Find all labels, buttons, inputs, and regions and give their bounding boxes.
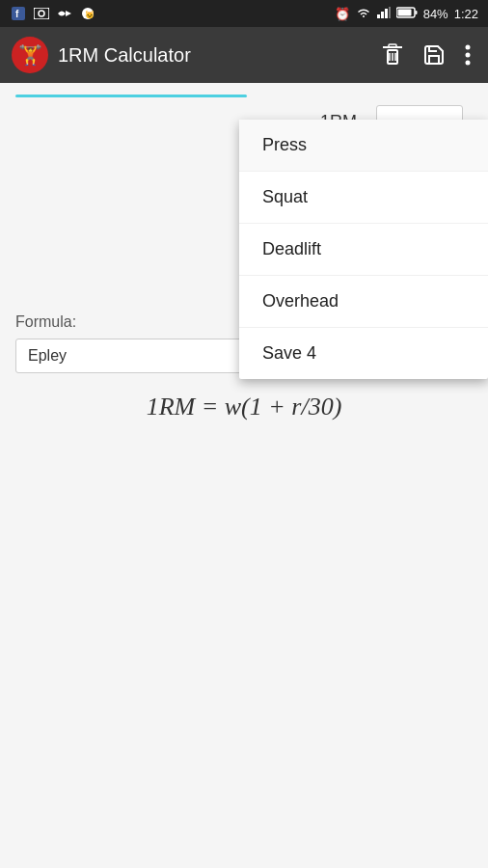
dropdown-item-deadlift[interactable]: Deadlift [239,224,488,276]
svg-point-20 [466,53,471,58]
wifi-icon [356,7,371,21]
svg-rect-6 [377,14,380,18]
github-icon: 🐱 [79,7,96,20]
signal-icon [377,7,391,21]
status-bar-right: ⏰ 84% 1:22 [335,7,478,21]
svg-rect-11 [415,11,417,14]
svg-rect-7 [381,12,384,18]
facebook-icon: f [10,7,27,20]
toolbar: 1RM Calculator [0,27,488,83]
dropdown-menu: Press Squat Deadlift Overhead Save 4 [239,120,488,379]
app-logo [12,37,48,73]
svg-rect-12 [397,9,411,15]
alarm-icon: ⏰ [335,7,350,21]
toolbar-actions [376,37,476,73]
more-button[interactable] [459,38,476,72]
svg-rect-9 [389,7,391,18]
svg-point-3 [39,11,44,16]
status-bar-left: f 🐱 [10,7,96,20]
fish-icon [56,7,73,20]
photo-icon [33,7,50,20]
svg-rect-8 [385,9,388,18]
svg-rect-15 [389,44,396,47]
dropdown-item-overhead[interactable]: Overhead [239,276,488,328]
dropdown-item-press[interactable]: Press [239,120,488,172]
dropdown-item-squat[interactable]: Squat [239,172,488,224]
svg-rect-2 [34,8,49,19]
battery-icon [396,7,418,21]
battery-percent: 84% [423,7,448,21]
main-content: 1RM 3RM 8RM 12RM 10 RM 187 Formula: Eple… [0,83,488,868]
dropdown-overlay[interactable]: Press Squat Deadlift Overhead Save 4 [0,83,488,868]
svg-point-21 [466,61,471,66]
svg-text:🐱: 🐱 [85,10,95,19]
dropdown-item-save4[interactable]: Save 4 [239,328,488,379]
status-bar: f 🐱 ⏰ [0,0,488,27]
app-title: 1RM Calculator [58,44,366,67]
save-button[interactable] [417,38,451,72]
delete-button[interactable] [376,37,409,73]
time-display: 1:22 [454,7,478,21]
svg-point-19 [466,45,471,50]
